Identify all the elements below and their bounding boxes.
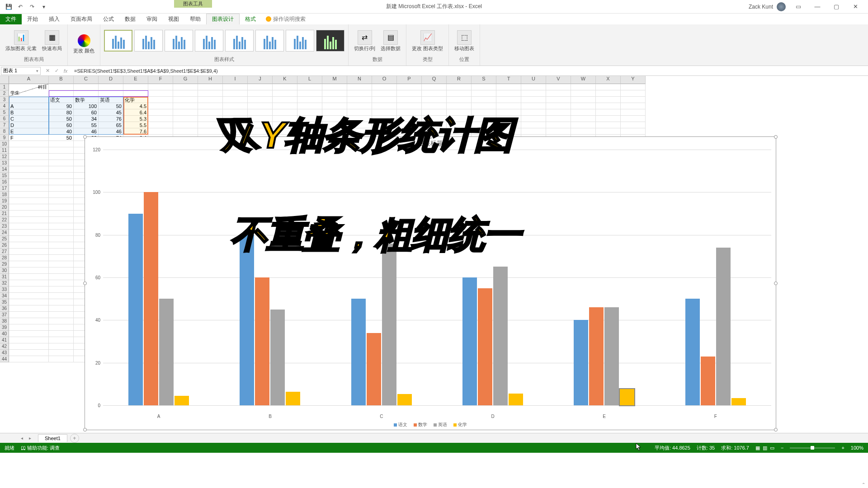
- cell[interactable]: [521, 84, 546, 90]
- cell[interactable]: [521, 116, 546, 122]
- col-header-V[interactable]: V: [546, 76, 571, 84]
- tab-formulas[interactable]: 公式: [98, 14, 119, 24]
- cell[interactable]: C: [9, 116, 49, 122]
- cell[interactable]: [347, 90, 372, 97]
- cell[interactable]: [9, 280, 49, 286]
- user-avatar[interactable]: [777, 2, 786, 11]
- cell[interactable]: [472, 97, 496, 103]
- change-colors-button[interactable]: 更改 颜色: [71, 33, 96, 55]
- col-header-M[interactable]: M: [322, 76, 347, 84]
- chart-style-thumb[interactable]: [165, 30, 193, 52]
- cell[interactable]: [148, 122, 173, 128]
- change-chart-type-button[interactable]: 📈 更改 图表类型: [410, 28, 445, 53]
- cell[interactable]: [496, 84, 521, 90]
- col-header-P[interactable]: P: [397, 76, 422, 84]
- row-header-23[interactable]: 23: [0, 223, 9, 230]
- cell[interactable]: [596, 90, 621, 97]
- ribbon-display-icon[interactable]: ▭: [789, 1, 807, 12]
- cell[interactable]: 60: [74, 109, 99, 116]
- col-header-H[interactable]: H: [198, 76, 223, 84]
- quick-layout-button[interactable]: ▦ 快速布局: [40, 28, 64, 53]
- bar-数学[interactable]: [144, 192, 158, 405]
- name-box[interactable]: 图表 1: [1, 67, 41, 75]
- cell[interactable]: [49, 350, 74, 356]
- cell[interactable]: 7.6: [123, 128, 148, 135]
- col-header-K[interactable]: K: [273, 76, 297, 84]
- cell[interactable]: [571, 103, 596, 109]
- fx-icon[interactable]: fx: [61, 67, 70, 75]
- cell[interactable]: [49, 223, 74, 230]
- cell[interactable]: [347, 103, 372, 109]
- cell[interactable]: 5.3: [123, 116, 148, 122]
- cell[interactable]: [173, 116, 198, 122]
- bar-英语[interactable]: [159, 299, 174, 405]
- cell[interactable]: [9, 223, 49, 230]
- cell[interactable]: [397, 84, 422, 90]
- col-header-O[interactable]: O: [372, 76, 397, 84]
- cell[interactable]: [596, 103, 621, 109]
- cell[interactable]: [49, 255, 74, 261]
- cell[interactable]: [173, 103, 198, 109]
- chart-style-thumb[interactable]: [286, 30, 314, 52]
- cell[interactable]: [223, 103, 248, 109]
- col-header-X[interactable]: X: [596, 76, 621, 84]
- cell[interactable]: [546, 90, 571, 97]
- bar-group[interactable]: [548, 150, 660, 405]
- cell[interactable]: [422, 97, 447, 103]
- cell[interactable]: [621, 97, 646, 103]
- cell[interactable]: F: [9, 135, 49, 141]
- cell[interactable]: [198, 103, 223, 109]
- cell[interactable]: [248, 97, 273, 103]
- tab-data[interactable]: 数据: [119, 14, 141, 24]
- cell[interactable]: [49, 324, 74, 331]
- cell[interactable]: [9, 356, 49, 362]
- cell[interactable]: [422, 90, 447, 97]
- col-header-A[interactable]: A: [9, 76, 49, 84]
- cell[interactable]: [198, 128, 223, 135]
- cell[interactable]: [49, 154, 74, 160]
- row-header-32[interactable]: 32: [0, 280, 9, 286]
- cell[interactable]: [596, 122, 621, 128]
- cell[interactable]: [322, 90, 347, 97]
- cell[interactable]: [596, 116, 621, 122]
- move-chart-button[interactable]: ⬚ 移动图表: [453, 28, 476, 53]
- cell[interactable]: [273, 84, 297, 90]
- cell[interactable]: 50: [99, 103, 123, 109]
- cell[interactable]: [9, 185, 49, 192]
- cell[interactable]: [198, 122, 223, 128]
- row-header-21[interactable]: 21: [0, 211, 9, 217]
- cell[interactable]: [297, 84, 322, 90]
- resize-handle[interactable]: [83, 282, 87, 285]
- col-header-S[interactable]: S: [472, 76, 496, 84]
- cell[interactable]: 65: [99, 122, 123, 128]
- cell[interactable]: [546, 109, 571, 116]
- row-header-29[interactable]: 29: [0, 261, 9, 267]
- col-header-T[interactable]: T: [496, 76, 521, 84]
- tab-home[interactable]: 开始: [22, 14, 43, 24]
- cell[interactable]: 76: [99, 116, 123, 122]
- cell[interactable]: [372, 84, 397, 90]
- cell[interactable]: [9, 242, 49, 249]
- tab-view[interactable]: 视图: [163, 14, 184, 24]
- bar-化学[interactable]: [731, 398, 746, 405]
- cell[interactable]: [9, 299, 49, 305]
- cell[interactable]: 5.5: [123, 122, 148, 128]
- row-header-36[interactable]: 36: [0, 305, 9, 312]
- cell[interactable]: [9, 249, 49, 255]
- cell[interactable]: [397, 90, 422, 97]
- cell[interactable]: [99, 84, 123, 90]
- zoom-out-button[interactable]: −: [781, 445, 783, 450]
- row-header-12[interactable]: 12: [0, 154, 9, 160]
- sheet-nav-prev[interactable]: ◂: [18, 435, 25, 442]
- cell[interactable]: 化学: [123, 97, 148, 103]
- row-headers[interactable]: 1234567891011121314151617181920212223242…: [0, 84, 9, 362]
- cell[interactable]: 90: [49, 103, 74, 109]
- bar-英语[interactable]: [604, 307, 619, 405]
- row-header-30[interactable]: 30: [0, 267, 9, 274]
- cell[interactable]: [9, 198, 49, 204]
- col-header-D[interactable]: D: [99, 76, 123, 84]
- tab-format[interactable]: 格式: [240, 14, 261, 24]
- redo-icon[interactable]: ↷: [27, 2, 37, 12]
- collapse-ribbon-icon[interactable]: ⌃: [862, 482, 865, 487]
- zoom-in-button[interactable]: +: [841, 445, 844, 450]
